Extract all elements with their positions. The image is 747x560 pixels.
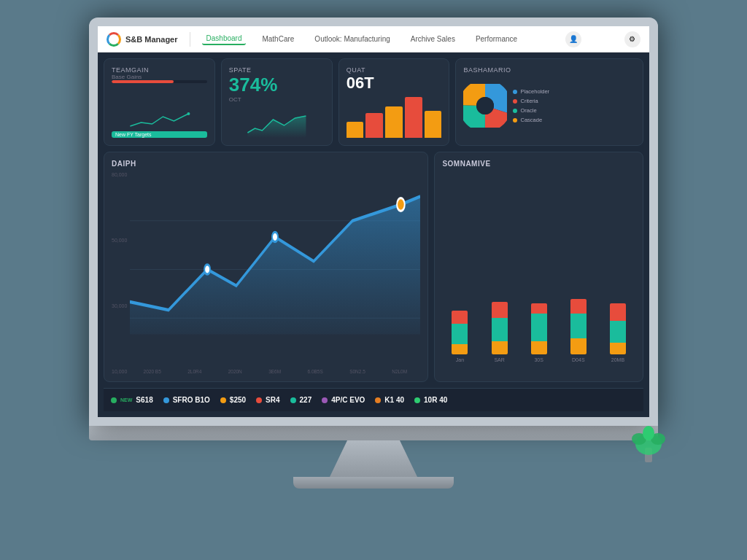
status-label-new: NEW: [120, 397, 132, 402]
chart-card-summary: SOMNAMIVE Jan: [434, 152, 643, 382]
bar-group-1: SAR: [482, 172, 517, 362]
svg-marker-10: [130, 196, 420, 334]
status-dot-3: [256, 397, 262, 403]
chart-card-daily: DAIPH 80,000 50,000 30,000 10,000: [104, 152, 428, 382]
bar-label-4: 20MB: [611, 357, 624, 362]
nav-item-dashboard[interactable]: Dashboard: [202, 33, 247, 45]
bashamario-title: BASHAMARIO: [463, 66, 635, 74]
nav-divider: [190, 32, 190, 47]
bashamario-legend: Placeholder Criteria Oracle: [513, 88, 549, 123]
svg-point-12: [272, 232, 278, 241]
nav-item-archive[interactable]: Archive Sales: [406, 34, 460, 44]
seg-3-teal: [570, 314, 587, 338]
status-dot-1: [163, 397, 169, 403]
spate-title: SPATE: [229, 66, 325, 74]
spate-value: 374%: [229, 74, 325, 96]
nav-item-mathcare[interactable]: MathCare: [258, 34, 298, 44]
monitor-wrapper: S&B Manager Dashboard MathCare Outlook: …: [74, 18, 673, 542]
status-item-3: SR4: [256, 396, 279, 404]
nav-brand: S&B Manager: [125, 35, 178, 44]
status-value-7: 10R 40: [424, 396, 447, 404]
x-axis: 2020 B5 2L0R4 2020N 3E6M 6.0B5S S0N2.5 N…: [130, 367, 420, 374]
stat-card-quota: QUAT 06T: [338, 58, 450, 146]
nav-logo: S&B Manager: [107, 32, 178, 47]
seg-4-teal: [610, 321, 626, 343]
nav-user-icon[interactable]: 👤: [565, 31, 581, 47]
nav-settings-icon[interactable]: ⚙: [624, 31, 640, 47]
status-value-5: 4P/C EVO: [331, 396, 365, 404]
summary-chart-title: SOMNAMIVE: [442, 160, 635, 168]
seg-0-red: [452, 311, 468, 324]
bar-group-4: 20MB: [600, 172, 635, 362]
status-item-2: $250: [220, 396, 246, 404]
status-value-4: 227: [300, 396, 312, 404]
stacked-bars-container: Jan SAR: [442, 172, 635, 374]
status-value-6: K1 40: [384, 396, 404, 404]
stat-card-teamgain: TEAMGAIN Base Gains New FY Tar: [104, 58, 215, 146]
svg-point-0: [187, 112, 190, 115]
legend-dot-teal: [513, 109, 517, 113]
summary-chart-area: Jan SAR: [442, 172, 635, 374]
nav-item-performance[interactable]: Performance: [471, 34, 522, 44]
status-dot-5: [322, 397, 328, 403]
seg-2-yellow: [531, 341, 547, 354]
status-item-0: NEW S618: [111, 396, 153, 404]
legend-dot-red: [513, 99, 517, 104]
seg-3-yellow: [570, 338, 587, 354]
seg-2-red: [531, 303, 547, 314]
y-axis: 80,000 50,000 30,000 10,000: [112, 172, 130, 374]
legend-dot-yellow: [513, 118, 517, 122]
svg-point-6: [476, 97, 494, 114]
bar-group-2: 30S: [522, 172, 557, 362]
stat-card-spate: SPATE 374% OCT: [221, 58, 333, 146]
seg-0-teal: [452, 324, 468, 344]
legend-item-criteria: Criteria: [513, 98, 549, 104]
quota-title: QUAT: [347, 66, 442, 74]
monitor-screen: S&B Manager Dashboard MathCare Outlook: …: [89, 18, 658, 426]
quota-bar-1: [347, 122, 364, 138]
monitor-bezel: [89, 426, 658, 440]
quota-value: 06T: [347, 74, 442, 93]
dashboard: S&B Manager Dashboard MathCare Outlook: …: [98, 26, 649, 417]
bar-label-1: SAR: [494, 357, 504, 362]
teamgain-title: TEAMGAIN: [112, 66, 207, 74]
nav-item-outlook[interactable]: Outlook: Manufacturing: [310, 34, 394, 44]
bar-group-0: Jan: [442, 172, 477, 362]
status-dot-6: [375, 397, 381, 403]
bar-label-2: 30S: [534, 357, 543, 362]
bar-label-3: D04S: [572, 357, 585, 362]
teamgain-tag: New FY Targets: [112, 131, 207, 138]
legend-item-cascade: Cascade: [513, 117, 549, 123]
legend-item-oracle: Oracle: [513, 107, 549, 114]
main-content: TEAMGAIN Base Gains New FY Tar: [98, 52, 649, 417]
svg-point-13: [398, 198, 406, 211]
seg-3-red: [570, 299, 587, 314]
status-bar: NEW S618 SFRO B1O $250 SR4: [104, 388, 643, 411]
daily-chart-area: 2020 B5 2L0R4 2020N 3E6M 6.0B5S S0N2.5 N…: [130, 172, 420, 374]
daily-chart-title: DAIPH: [112, 160, 420, 168]
spate-minichart: [229, 112, 325, 138]
logo-icon: [107, 32, 121, 47]
seg-1-yellow: [492, 341, 508, 354]
teamgain-subtitle: Base Gains: [112, 74, 207, 80]
bar-label-0: Jan: [456, 357, 464, 362]
seg-2-teal: [531, 314, 547, 341]
svg-point-18: [643, 426, 654, 440]
daily-chart-inner: 80,000 50,000 30,000 10,000: [112, 172, 420, 374]
top-cards: TEAMGAIN Base Gains New FY Tar: [104, 58, 643, 146]
quota-bar-3: [385, 106, 403, 138]
legend-dot-blue: [513, 90, 517, 94]
svg-point-11: [205, 265, 211, 274]
legend-item-placeholder: Placeholder: [513, 88, 549, 95]
quota-bar-2: [365, 113, 383, 138]
svg-marker-1: [247, 116, 306, 138]
status-item-6: K1 40: [375, 396, 404, 404]
status-item-7: 10R 40: [414, 396, 447, 404]
status-value-1: SFRO B1O: [173, 396, 210, 404]
seg-4-red: [610, 303, 626, 321]
status-item-4: 227: [290, 396, 312, 404]
status-item-1: SFRO B1O: [163, 396, 210, 404]
status-value-0: S618: [136, 396, 152, 404]
spate-subtitle: OCT: [229, 96, 325, 103]
bar-group-3: D04S: [561, 172, 596, 362]
